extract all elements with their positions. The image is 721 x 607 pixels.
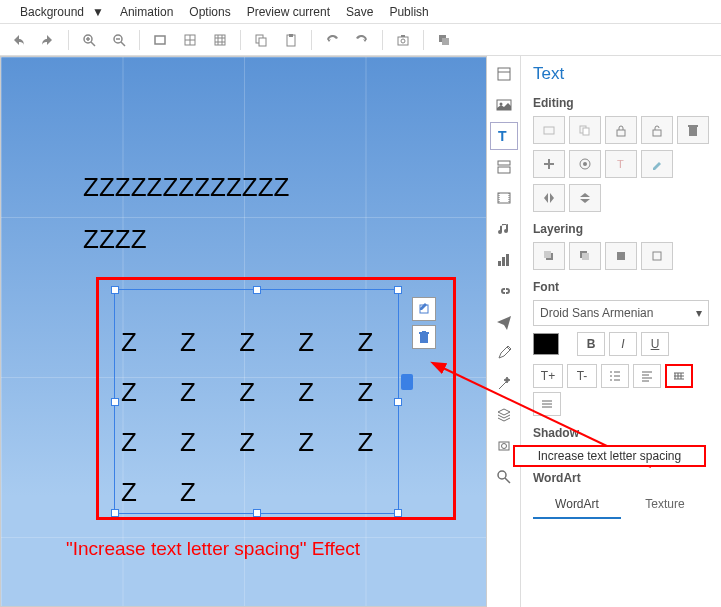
svg-rect-22 xyxy=(498,193,510,203)
chart-tab-icon[interactable] xyxy=(490,246,518,274)
canvas[interactable]: ZZZZZZZZZZZZZ ZZZZ Z Z Z Z Z Z Z Z Z Z Z… xyxy=(0,56,487,607)
layout-tab-icon[interactable] xyxy=(490,153,518,181)
fliph-button[interactable] xyxy=(533,184,565,212)
magic-tab-icon[interactable] xyxy=(490,370,518,398)
handle-top-left[interactable] xyxy=(111,286,119,294)
canvas-text-2[interactable]: ZZZZ xyxy=(83,224,147,255)
decrease-letter-spacing-button[interactable] xyxy=(533,392,561,416)
edit-icon-button[interactable] xyxy=(412,297,436,321)
forward-button[interactable] xyxy=(605,242,637,270)
zoom-out-button[interactable] xyxy=(105,28,133,52)
align-button[interactable] xyxy=(633,364,661,388)
menu-background[interactable]: Background▼ xyxy=(4,5,112,19)
bold-button[interactable]: B xyxy=(577,332,605,356)
send-back-button[interactable] xyxy=(569,242,601,270)
edit-copy-button[interactable] xyxy=(569,116,601,144)
layers-button[interactable] xyxy=(430,28,458,52)
svg-rect-31 xyxy=(583,128,589,135)
svg-rect-29 xyxy=(544,127,554,134)
underline-button[interactable]: U xyxy=(641,332,669,356)
color-swatch[interactable] xyxy=(533,333,559,355)
svg-point-28 xyxy=(498,471,506,479)
wordart-label: WordArt xyxy=(533,471,709,485)
svg-point-35 xyxy=(583,162,587,166)
edit-cut-button[interactable] xyxy=(533,116,565,144)
list-button[interactable] xyxy=(601,364,629,388)
svg-rect-25 xyxy=(506,254,509,266)
svg-rect-8 xyxy=(289,34,293,37)
svg-rect-16 xyxy=(498,68,510,80)
svg-rect-21 xyxy=(498,167,510,173)
delete-button[interactable] xyxy=(677,116,709,144)
lock-button[interactable] xyxy=(605,116,637,144)
handle-mid-left[interactable] xyxy=(111,398,119,406)
canvas-text-1[interactable]: ZZZZZZZZZZZZZ xyxy=(83,172,289,203)
add-button[interactable] xyxy=(533,150,565,178)
menu-options[interactable]: Options xyxy=(181,5,238,19)
svg-rect-23 xyxy=(498,261,501,266)
chevron-down-icon: ▾ xyxy=(696,306,702,320)
delete-icon-button[interactable] xyxy=(412,325,436,349)
redo2-button[interactable] xyxy=(348,28,376,52)
undo-button[interactable] xyxy=(4,28,32,52)
editing-label: Editing xyxy=(533,96,709,110)
image-tab-icon[interactable] xyxy=(490,91,518,119)
camera-button[interactable] xyxy=(389,28,417,52)
svg-point-10 xyxy=(401,39,405,43)
svg-rect-24 xyxy=(502,257,505,266)
texture-tab[interactable]: Texture xyxy=(621,491,709,519)
menu-publish[interactable]: Publish xyxy=(381,5,436,19)
video-tab-icon[interactable] xyxy=(490,184,518,212)
unlock-button[interactable] xyxy=(641,116,673,144)
link-tab-icon[interactable] xyxy=(490,277,518,305)
increase-letter-spacing-button[interactable] xyxy=(665,364,693,388)
text-tab-icon[interactable]: T xyxy=(490,122,518,150)
text-size-up-button[interactable]: T+ xyxy=(533,364,563,388)
paste-button[interactable] xyxy=(277,28,305,52)
font-label: Font xyxy=(533,280,709,294)
shadow-label: Shadow xyxy=(533,426,709,440)
plane-tab-icon[interactable] xyxy=(490,308,518,336)
handle-bottom-left[interactable] xyxy=(111,509,119,517)
redo-button[interactable] xyxy=(34,28,62,52)
font-select-value: Droid Sans Armenian xyxy=(540,306,653,320)
rect-button[interactable] xyxy=(146,28,174,52)
svg-text:T: T xyxy=(498,128,507,144)
italic-button[interactable]: I xyxy=(609,332,637,356)
menu-preview[interactable]: Preview current xyxy=(239,5,338,19)
properties-tab-icon[interactable] xyxy=(490,60,518,88)
grid-toggle-button[interactable] xyxy=(176,28,204,52)
svg-rect-4 xyxy=(215,35,225,45)
side-toolbar: T xyxy=(487,56,521,607)
svg-rect-42 xyxy=(653,252,661,260)
music-tab-icon[interactable] xyxy=(490,215,518,243)
text-size-down-button[interactable]: T- xyxy=(567,364,597,388)
layer-tab-icon[interactable] xyxy=(490,401,518,429)
handle-top-mid[interactable] xyxy=(253,286,261,294)
panel-title: Text xyxy=(533,64,709,84)
canvas-text-selected[interactable]: Z Z Z Z Z Z Z Z Z Z Z Z Z Z Z Z Z xyxy=(121,317,411,517)
wordart-tab[interactable]: WordArt xyxy=(533,491,621,519)
pencil-tab-icon[interactable] xyxy=(490,339,518,367)
target-button[interactable] xyxy=(569,150,601,178)
menu-animation[interactable]: Animation xyxy=(112,5,181,19)
zoom-in-button[interactable] xyxy=(75,28,103,52)
table-button[interactable] xyxy=(206,28,234,52)
handle-top-right[interactable] xyxy=(394,286,402,294)
text-type-button[interactable]: T xyxy=(605,150,637,178)
undo2-button[interactable] xyxy=(318,28,346,52)
brush-button[interactable] xyxy=(641,150,673,178)
svg-point-27 xyxy=(501,444,506,449)
rotate-handle[interactable] xyxy=(401,374,413,390)
menu-save[interactable]: Save xyxy=(338,5,381,19)
bring-front-button[interactable] xyxy=(533,242,565,270)
annotation-caption: "Increase text letter spacing" Effect xyxy=(66,538,360,560)
backward-button[interactable] xyxy=(641,242,673,270)
copy-button[interactable] xyxy=(247,28,275,52)
svg-rect-13 xyxy=(442,38,449,45)
font-select[interactable]: Droid Sans Armenian ▾ xyxy=(533,300,709,326)
flipv-button[interactable] xyxy=(569,184,601,212)
search-tab-icon[interactable] xyxy=(490,463,518,491)
svg-text:T: T xyxy=(617,158,624,170)
svg-rect-41 xyxy=(617,252,625,260)
